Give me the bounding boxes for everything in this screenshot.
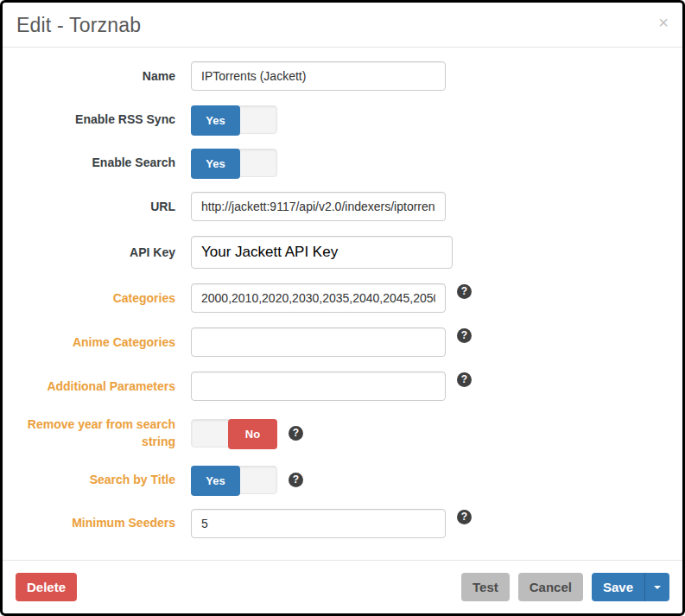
- remove-year-toggle[interactable]: No: [191, 419, 277, 448]
- api-key-input[interactable]: [191, 236, 453, 269]
- anime-categories-input[interactable]: [191, 327, 446, 357]
- search-by-title-toggle[interactable]: Yes: [191, 466, 277, 494]
- modal-body: Name Enable RSS Sync Yes Enable Search Y…: [3, 48, 682, 560]
- test-button[interactable]: Test: [461, 573, 510, 601]
- toggle-knob: Yes: [191, 149, 240, 179]
- url-label: URL: [16, 198, 175, 215]
- categories-label: Categories: [16, 289, 175, 307]
- delete-button[interactable]: Delete: [16, 573, 77, 601]
- help-icon[interactable]: ?: [457, 284, 472, 299]
- anime-categories-label: Anime Categories: [16, 333, 175, 351]
- modal-footer: Delete Test Cancel Save: [3, 560, 682, 613]
- enable-search-toggle[interactable]: Yes: [191, 149, 277, 177]
- field-enable-search: Enable Search Yes: [16, 149, 669, 177]
- name-label: Name: [16, 67, 175, 85]
- help-icon[interactable]: ?: [457, 328, 472, 343]
- field-url: URL: [16, 192, 669, 221]
- additional-parameters-label: Additional Parameters: [16, 378, 175, 395]
- search-by-title-label: Search by Title: [16, 471, 175, 488]
- save-button[interactable]: Save: [592, 573, 644, 601]
- help-icon[interactable]: ?: [457, 510, 472, 524]
- field-remove-year: Remove year from search string No ?: [16, 416, 669, 451]
- edit-torznab-modal: Edit - Torznab × Name Enable RSS Sync Ye…: [0, 0, 685, 616]
- categories-input[interactable]: [191, 283, 446, 313]
- name-input[interactable]: [191, 61, 446, 91]
- field-minimum-seeders: Minimum Seeders ?: [16, 509, 669, 538]
- field-api-key: API Key: [16, 236, 669, 269]
- enable-rss-sync-label: Enable RSS Sync: [16, 111, 175, 128]
- field-name: Name: [16, 61, 669, 91]
- field-categories: Categories ?: [16, 283, 669, 313]
- help-icon[interactable]: ?: [457, 372, 472, 387]
- close-icon[interactable]: ×: [658, 14, 669, 31]
- help-icon[interactable]: ?: [289, 426, 303, 441]
- api-key-label: API Key: [16, 244, 175, 261]
- modal-header: Edit - Torznab ×: [3, 3, 682, 48]
- caret-down-icon: [654, 586, 661, 589]
- toggle-knob: Yes: [191, 466, 240, 496]
- toggle-knob: No: [228, 419, 277, 449]
- field-anime-categories: Anime Categories ?: [16, 327, 669, 357]
- remove-year-label: Remove year from search string: [16, 416, 175, 451]
- additional-parameters-input[interactable]: [191, 372, 446, 401]
- cancel-button[interactable]: Cancel: [518, 573, 583, 601]
- enable-rss-sync-toggle[interactable]: Yes: [191, 105, 277, 134]
- field-additional-parameters: Additional Parameters ?: [16, 372, 669, 401]
- field-search-by-title: Search by Title Yes ?: [16, 466, 669, 494]
- enable-search-label: Enable Search: [16, 154, 175, 171]
- help-icon[interactable]: ?: [289, 473, 303, 487]
- url-input[interactable]: [191, 192, 446, 221]
- modal-title: Edit - Torznab: [16, 14, 141, 37]
- toggle-knob: Yes: [191, 105, 240, 136]
- save-dropdown-button[interactable]: [644, 573, 669, 601]
- minimum-seeders-label: Minimum Seeders: [16, 514, 175, 531]
- save-split-button: Save: [592, 573, 669, 601]
- field-enable-rss-sync: Enable RSS Sync Yes: [16, 105, 669, 134]
- minimum-seeders-input[interactable]: [191, 509, 446, 538]
